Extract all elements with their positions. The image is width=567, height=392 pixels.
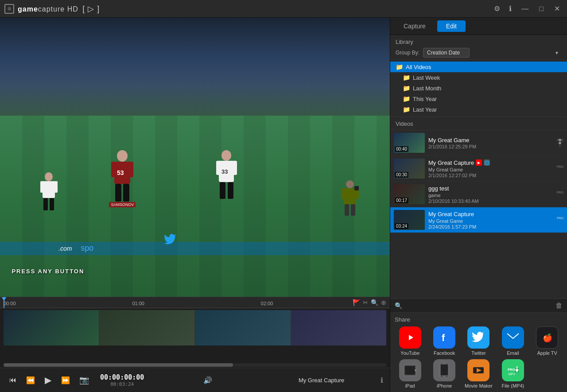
titlebar: ⊞ gamecapture HD [ ▷ ] ⚙ ℹ — □ ✕	[0, 0, 567, 18]
clip-thumb-1	[4, 310, 99, 345]
video-game-4: My Great Game	[428, 218, 553, 224]
svg-rect-11	[232, 161, 237, 175]
tab-capture[interactable]: Capture	[395, 20, 435, 32]
clip-thumb-4	[291, 310, 387, 345]
svg-rect-17	[54, 181, 58, 193]
share-grid: YouTube f Facebook	[395, 326, 563, 388]
timeline-cut-icon[interactable]: ✂	[363, 299, 368, 306]
appletv-label: Apple TV	[537, 350, 557, 356]
share-filemp4[interactable]: PRO MP4 File (MP4)	[497, 359, 528, 388]
twitter-label: Twitter	[471, 350, 485, 356]
folder-label-year: This Year	[413, 96, 437, 102]
select-arrow-icon: ▼	[555, 50, 559, 55]
video-action-4[interactable]: PRO	[556, 215, 563, 225]
facebook-icon-wrapper: f	[433, 326, 455, 349]
minimize-button[interactable]: —	[519, 4, 531, 14]
left-panel: 53 SAMSONOV 33	[0, 18, 390, 392]
svg-text:MP4: MP4	[509, 373, 515, 376]
transport-info-button[interactable]: ℹ	[381, 376, 383, 384]
close-button[interactable]: ✕	[551, 4, 563, 14]
folder-last-month[interactable]: 📁 Last Month	[390, 83, 567, 93]
videos-section[interactable]: Videos 00:40 My Great Game 2/1/2016 12:2…	[390, 117, 567, 299]
video-duration-2: 00:30	[395, 172, 408, 178]
clip-strip[interactable]	[4, 310, 386, 345]
time-marker-0: 00:00	[4, 301, 16, 306]
share-twitter[interactable]: Twitter	[463, 326, 494, 356]
share-moviemaker[interactable]: Movie Maker	[463, 359, 494, 388]
timeline-zoom-in-icon[interactable]: ⊕	[381, 299, 386, 306]
video-title-4: My Great Capture	[428, 211, 553, 217]
share-ipad[interactable]: iPad	[395, 359, 425, 388]
video-info-2: My Great Capture ▶ 🌐 My Great Game 2/1/2…	[428, 159, 553, 178]
svg-text:🍎: 🍎	[543, 333, 553, 343]
video-item-3[interactable]: 00:17 ggg test game 2/10/2016 10:33:40 A…	[390, 182, 567, 207]
skip-to-start-button[interactable]: ⏮	[7, 374, 19, 386]
svg-rect-16	[40, 181, 44, 193]
timeline-zoom-out-icon[interactable]: 🔍	[371, 299, 378, 306]
tab-edit[interactable]: Edit	[437, 20, 466, 32]
timeline-strips[interactable]	[0, 308, 390, 362]
search-icon: 🔍	[395, 302, 402, 309]
svg-text:PRO: PRO	[557, 139, 563, 142]
folder-all-videos[interactable]: 📁 All Videos	[390, 62, 567, 72]
rewind-button[interactable]: ⏪	[23, 374, 38, 386]
share-email[interactable]: Email	[497, 326, 528, 356]
screenshot-button[interactable]: 📷	[79, 375, 89, 385]
top-tabs: Capture Edit	[390, 18, 567, 35]
folder-last-year[interactable]: 📁 Last Year	[390, 104, 567, 115]
share-facebook[interactable]: f Facebook	[429, 326, 459, 356]
group-by-select[interactable]: Creation Date Game Name	[423, 48, 470, 58]
time-marker-2: 02:00	[261, 301, 273, 306]
timeline-flag-icon[interactable]: 🚩	[353, 299, 360, 306]
svg-rect-21	[344, 188, 356, 204]
video-item-1[interactable]: 00:40 My Great Game 2/1/2016 12:25:29 PM…	[390, 130, 567, 156]
svg-point-43	[415, 369, 416, 371]
group-by-select-wrapper[interactable]: Creation Date Game Name ▼	[423, 48, 562, 58]
delete-icon[interactable]: 🗑	[555, 302, 563, 310]
svg-rect-42	[405, 366, 415, 375]
volume-icon[interactable]: 🔊	[203, 376, 212, 384]
svg-rect-47	[443, 364, 446, 365]
video-item-2[interactable]: 00:30 My Great Capture ▶ 🌐 My Great Game…	[390, 156, 567, 182]
timecode-current: 00:00:00:00	[100, 373, 144, 381]
timecode-total: 00:03:24	[100, 381, 144, 387]
video-action-3[interactable]: PRO	[556, 189, 563, 199]
settings-icon[interactable]: ⚙	[492, 4, 502, 14]
svg-point-14	[45, 172, 53, 181]
moviemaker-icon-wrapper	[467, 359, 489, 381]
folder-label-all: All Videos	[406, 64, 431, 70]
svg-rect-18	[43, 198, 48, 210]
facebook-label: Facebook	[434, 350, 455, 356]
svg-rect-12	[220, 182, 225, 199]
share-youtube[interactable]: YouTube	[395, 326, 425, 356]
video-thumb-2: 00:30	[394, 159, 425, 179]
svg-text:53: 53	[117, 169, 124, 176]
share-label: Share	[395, 316, 563, 323]
appletv-icon-wrapper: 🍎	[536, 326, 558, 349]
video-action-2[interactable]: PRO	[556, 163, 563, 174]
player-left	[39, 171, 59, 213]
folder-last-week[interactable]: 📁 Last Week	[390, 72, 567, 83]
video-action-1[interactable]: PRO	[556, 138, 563, 148]
library-section: Library Group By: Creation Date Game Nam…	[390, 35, 567, 60]
info-icon[interactable]: ℹ	[507, 4, 513, 14]
timeline-area[interactable]: 00:00 01:00 02:00 🚩 ✂ 🔍 ⊕	[0, 297, 390, 368]
search-input[interactable]	[405, 303, 553, 309]
library-label: Library	[396, 39, 562, 45]
fast-forward-button[interactable]: ⏩	[58, 374, 73, 386]
timeline-scrollbar[interactable]	[4, 363, 386, 367]
scrollbar-thumb	[4, 363, 233, 367]
svg-point-30	[559, 146, 560, 147]
video-date-3: 2/10/2016 10:33:40 AM	[428, 198, 553, 204]
web-published-icon: 🌐	[484, 159, 490, 166]
clip-thumb-2	[100, 310, 195, 345]
video-item-4[interactable]: 03:24 My Great Capture My Great Game 2/2…	[390, 207, 567, 233]
svg-rect-15	[43, 181, 55, 198]
maximize-button[interactable]: □	[536, 4, 546, 14]
folder-this-year[interactable]: 📁 This Year	[390, 93, 567, 104]
share-appletv[interactable]: 🍎 Apple TV	[532, 326, 563, 356]
share-iphone[interactable]: iPhone	[429, 359, 459, 388]
main-layout: 53 SAMSONOV 33	[0, 18, 567, 392]
video-viewport: 53 SAMSONOV 33	[0, 18, 390, 297]
play-button[interactable]: ▶	[42, 373, 54, 387]
